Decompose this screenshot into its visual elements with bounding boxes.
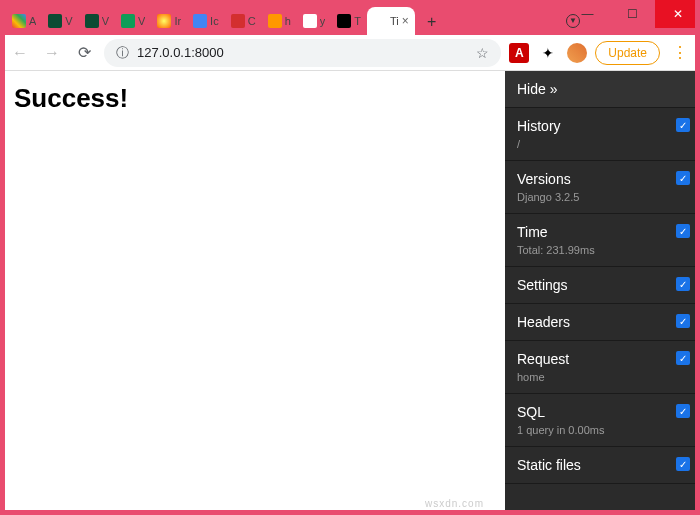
webpage-body: Success! (0, 71, 505, 515)
watermark: wsxdn.com (425, 498, 484, 509)
tab-close-icon[interactable]: × (402, 14, 409, 28)
tab-title: V (102, 15, 109, 27)
browser-tab[interactable]: T (331, 7, 367, 35)
browser-tab[interactable]: y (297, 7, 332, 35)
djdt-panel-title: Request (517, 351, 688, 367)
forward-button[interactable]: → (40, 41, 64, 65)
djdt-panel-checkbox[interactable]: ✓ (676, 118, 690, 132)
djdt-panel[interactable]: Headers✓ (505, 304, 700, 341)
page-content-area: Success! Hide History/✓VersionsDjango 3.… (0, 71, 700, 515)
djdt-panel-checkbox[interactable]: ✓ (676, 457, 690, 471)
djdt-panel-checkbox[interactable]: ✓ (676, 277, 690, 291)
window-controls: — ☐ ✕ (565, 0, 700, 28)
back-button[interactable]: ← (8, 41, 32, 65)
djdt-panel-subtitle: home (517, 371, 688, 383)
chrome-menu-icon[interactable]: ⋮ (668, 43, 692, 62)
tab-title: Ir (174, 15, 181, 27)
browser-toolbar: ← → ⟳ ⓘ 127.0.0.1:8000 ☆ A ✦ Update ⋮ (0, 35, 700, 71)
djdt-panel[interactable]: VersionsDjango 3.2.5✓ (505, 161, 700, 214)
browser-tab[interactable]: V (79, 7, 115, 35)
djdt-hide-label: Hide (517, 81, 557, 97)
page-heading: Success! (14, 83, 491, 114)
tab-title: A (29, 15, 36, 27)
browser-tab[interactable]: V (115, 7, 151, 35)
maximize-button[interactable]: ☐ (610, 0, 655, 28)
close-window-button[interactable]: ✕ (655, 0, 700, 28)
extensions-icon[interactable]: ✦ (537, 42, 559, 64)
djdt-panel-title: Versions (517, 171, 688, 187)
djdt-hide-button[interactable]: Hide (505, 71, 700, 108)
favicon (337, 14, 351, 28)
browser-tab[interactable]: C (225, 7, 262, 35)
bookmark-star-icon[interactable]: ☆ (476, 45, 489, 61)
djdt-panel[interactable]: Requesthome✓ (505, 341, 700, 394)
djdt-panel[interactable]: TimeTotal: 231.99ms✓ (505, 214, 700, 267)
djdt-panel[interactable]: Static files✓ (505, 447, 700, 484)
favicon (48, 14, 62, 28)
browser-tab[interactable]: Ic (187, 7, 225, 35)
djdt-panel-subtitle: 1 query in 0.00ms (517, 424, 688, 436)
browser-tab[interactable]: A (6, 7, 42, 35)
favicon (193, 14, 207, 28)
djdt-panel-checkbox[interactable]: ✓ (676, 314, 690, 328)
djdt-panel-checkbox[interactable]: ✓ (676, 171, 690, 185)
djdt-panel-checkbox[interactable]: ✓ (676, 224, 690, 238)
djdt-panel-title: Settings (517, 277, 688, 293)
djdt-panel-checkbox[interactable]: ✓ (676, 351, 690, 365)
django-debug-toolbar[interactable]: Hide History/✓VersionsDjango 3.2.5✓TimeT… (505, 71, 700, 515)
djdt-panel-title: Time (517, 224, 688, 240)
browser-tab[interactable]: h (262, 7, 297, 35)
djdt-panel-subtitle: Total: 231.99ms (517, 244, 688, 256)
djdt-panel[interactable]: Settings✓ (505, 267, 700, 304)
favicon (157, 14, 171, 28)
djdt-panel-subtitle: Django 3.2.5 (517, 191, 688, 203)
tab-title: Ti (390, 15, 399, 27)
djdt-panel[interactable]: History/✓ (505, 108, 700, 161)
tab-title: Ic (210, 15, 219, 27)
tab-title: y (320, 15, 326, 27)
profile-avatar[interactable] (567, 43, 587, 63)
favicon (121, 14, 135, 28)
address-bar[interactable]: ⓘ 127.0.0.1:8000 ☆ (104, 39, 501, 67)
browser-tab[interactable]: V (42, 7, 78, 35)
djdt-panel-title: History (517, 118, 688, 134)
favicon (373, 14, 387, 28)
tab-title: V (65, 15, 72, 27)
site-info-icon[interactable]: ⓘ (116, 44, 129, 62)
tab-title: h (285, 15, 291, 27)
adobe-extension-icon[interactable]: A (509, 43, 529, 63)
favicon (85, 14, 99, 28)
tab-title: V (138, 15, 145, 27)
djdt-panel-title: SQL (517, 404, 688, 420)
djdt-panel-checkbox[interactable]: ✓ (676, 404, 690, 418)
new-tab-button[interactable]: + (419, 9, 445, 35)
djdt-panel-title: Static files (517, 457, 688, 473)
djdt-panel-subtitle: / (517, 138, 688, 150)
tab-title: T (354, 15, 361, 27)
djdt-panel-title: Headers (517, 314, 688, 330)
favicon (12, 14, 26, 28)
url-text: 127.0.0.1:8000 (137, 45, 224, 60)
tab-title: C (248, 15, 256, 27)
favicon (268, 14, 282, 28)
browser-tab[interactable]: Ir (151, 7, 187, 35)
browser-tab[interactable]: Ti× (367, 7, 415, 35)
djdt-panel[interactable]: SQL1 query in 0.00ms✓ (505, 394, 700, 447)
favicon (231, 14, 245, 28)
reload-button[interactable]: ⟳ (72, 41, 96, 65)
update-button[interactable]: Update (595, 41, 660, 65)
favicon (303, 14, 317, 28)
minimize-button[interactable]: — (565, 0, 610, 28)
browser-window: AVVVIrIcChyTTi×+▼ ← → ⟳ ⓘ 127.0.0.1:8000… (0, 0, 700, 515)
